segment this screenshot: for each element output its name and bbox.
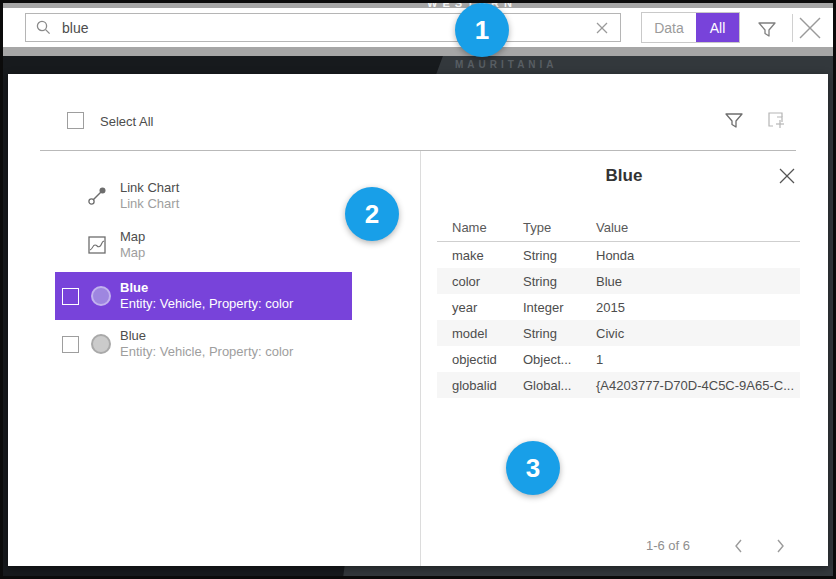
result-item-blue-selected[interactable]: Blue Entity: Vehicle, Property: color	[55, 272, 352, 320]
result-subtitle: Map	[120, 245, 145, 261]
entity-circle-icon	[91, 334, 111, 354]
pagination-label: 1-6 of 6	[620, 538, 716, 553]
callout-2: 2	[345, 187, 399, 241]
cell-name: model	[437, 326, 508, 341]
list-details-divider	[420, 151, 421, 566]
cell-type: Integer	[508, 300, 581, 315]
cell-value: 2015	[581, 300, 800, 315]
cell-type: String	[508, 274, 581, 289]
callout-3: 3	[506, 441, 560, 495]
result-title: Link Chart	[120, 180, 179, 196]
cell-value: Honda	[581, 248, 800, 263]
cell-value: {A4203777-D70D-4C5C-9A65-C...	[581, 378, 800, 393]
result-subtitle: Entity: Vehicle, Property: color	[120, 344, 293, 360]
cell-name: make	[437, 248, 508, 263]
table-row: globalid Global... {A4203777-D70D-4C5C-9…	[437, 372, 800, 398]
result-title: Map	[120, 229, 145, 245]
cell-value: Civic	[581, 326, 800, 341]
cell-name: objectid	[437, 352, 508, 367]
search-results-panel: Select All Link Chart Link Chart	[8, 74, 828, 566]
column-header: Type	[508, 220, 581, 235]
cell-type: Global...	[508, 378, 581, 393]
cell-name: globalid	[437, 378, 508, 393]
table-row: model String Civic	[437, 320, 800, 346]
scope-data-button[interactable]: Data	[642, 13, 696, 42]
close-search-icon[interactable]	[797, 15, 823, 41]
cell-value: 1	[581, 352, 800, 367]
search-icon	[35, 19, 52, 36]
filter-icon[interactable]	[756, 18, 778, 40]
results-filter-icon[interactable]	[723, 109, 745, 131]
cell-name: year	[437, 300, 508, 315]
column-header: Value	[581, 220, 800, 235]
app-window: WESTERN MAURITANIA Sao Paulo Data All	[0, 0, 836, 579]
result-item-blue[interactable]: Blue Entity: Vehicle, Property: color	[55, 320, 352, 368]
result-title: Blue	[120, 280, 293, 296]
table-header-row: Name Type Value	[437, 214, 800, 242]
table-row: year Integer 2015	[437, 294, 800, 320]
page-next-icon[interactable]	[770, 536, 790, 556]
callout-1: 1	[455, 3, 509, 57]
clear-icon	[596, 22, 608, 34]
map-label-mauritania: MAURITANIA	[455, 59, 558, 70]
header-divider	[40, 150, 796, 151]
toolbar-divider	[792, 14, 793, 42]
result-checkbox[interactable]	[62, 288, 79, 305]
column-header: Name	[437, 220, 508, 235]
link-chart-icon	[84, 183, 110, 209]
result-checkbox[interactable]	[62, 336, 79, 353]
entity-circle-icon	[91, 286, 111, 306]
details-close-icon[interactable]	[778, 167, 796, 185]
search-scope-toggle: Data All	[641, 12, 740, 43]
cell-type: String	[508, 248, 581, 263]
table-row: make String Honda	[437, 242, 800, 268]
table-row: color String Blue	[437, 268, 800, 294]
attributes-table: Name Type Value make String Honda color …	[437, 214, 800, 398]
table-row: objectid Object... 1	[437, 346, 800, 372]
cell-type: Object...	[508, 352, 581, 367]
result-subtitle: Entity: Vehicle, Property: color	[120, 296, 293, 312]
cell-name: color	[437, 274, 508, 289]
select-all-checkbox[interactable]	[67, 112, 84, 129]
result-subtitle: Link Chart	[120, 196, 179, 212]
scope-all-button[interactable]: All	[696, 13, 739, 42]
details-title: Blue	[420, 166, 828, 186]
cell-type: String	[508, 326, 581, 341]
add-selection-icon[interactable]	[765, 109, 787, 131]
cell-value: Blue	[581, 274, 800, 289]
search-toolbar: Data All	[3, 8, 833, 47]
result-title: Blue	[120, 328, 293, 344]
select-all-label: Select All	[100, 114, 153, 129]
map-icon	[84, 232, 110, 258]
page-prev-icon[interactable]	[729, 536, 749, 556]
clear-search-button[interactable]	[584, 13, 621, 42]
